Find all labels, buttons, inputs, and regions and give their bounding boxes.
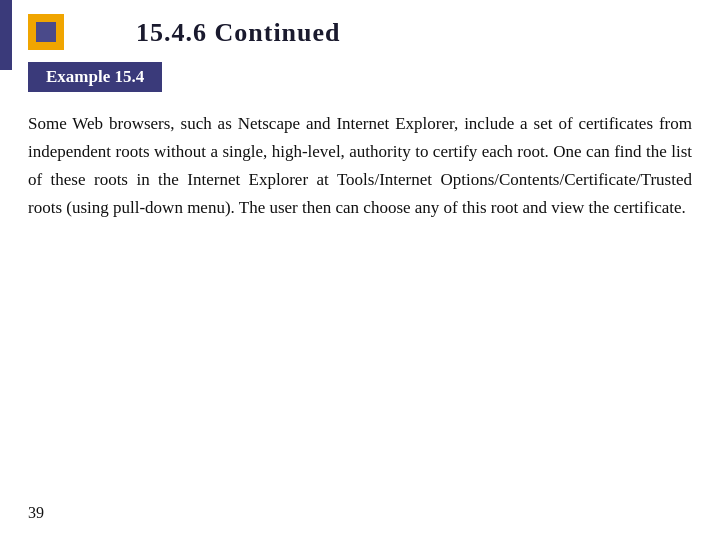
page-container: 15.4.6 Continued Example 15.4 Some Web b… bbox=[0, 0, 720, 540]
example-badge: Example 15.4 bbox=[28, 62, 162, 92]
left-accent-decoration bbox=[0, 0, 12, 70]
content-paragraph: Some Web browsers, such as Netscape and … bbox=[28, 110, 692, 222]
header-area: 15.4.6 Continued bbox=[28, 18, 692, 48]
slide-title: 15.4.6 Continued bbox=[136, 18, 341, 48]
header-decoration-inner bbox=[36, 22, 56, 42]
page-number: 39 bbox=[28, 504, 44, 522]
header-decoration-square bbox=[28, 14, 64, 50]
